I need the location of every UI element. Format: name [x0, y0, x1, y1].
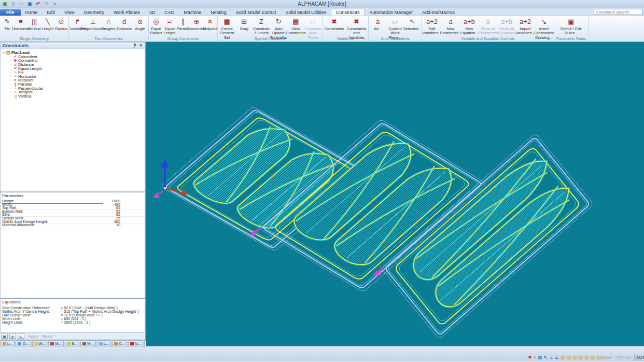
status-tool-icon[interactable]: ▤ [578, 355, 583, 360]
reset-button[interactable]: Reset [42, 334, 53, 339]
expand-icon[interactable]: › [8, 82, 12, 86]
parameter-row[interactable]: Height: 1000 [1, 200, 145, 203]
ribbon-tab[interactable]: Edit [43, 9, 60, 16]
ribbon-button[interactable]: ≡ Horizontal [14, 17, 27, 36]
qat-more-icon[interactable]: ▾ [51, 1, 58, 7]
expand-icon[interactable]: › [8, 59, 12, 62]
ribbon-tab[interactable]: 3D [145, 9, 160, 16]
ribbon-tab[interactable]: Solid Model Extract [231, 9, 281, 16]
status-tool-icon[interactable]: ▤ [566, 355, 571, 360]
save-icon[interactable]: ▣ [26, 1, 33, 7]
redo-icon[interactable]: ↷ [43, 1, 50, 7]
ribbon-tab[interactable]: Home [21, 9, 43, 16]
snap-toggle[interactable]: SNAP [600, 355, 612, 360]
status-tool-icon[interactable]: + [534, 355, 536, 360]
ribbon-button[interactable]: α Angle [132, 17, 148, 36]
ribbon-button[interactable]: ∩ Tangent [101, 17, 116, 36]
dock-tab[interactable]: L... [1, 340, 15, 346]
dock-tab[interactable]: C... [112, 340, 127, 346]
dock-tab[interactable]: M... [48, 340, 64, 346]
dock-tab[interactable]: O... [16, 340, 31, 346]
ribbon-tab[interactable]: Constraints [331, 9, 365, 16]
expand-icon[interactable]: › [8, 71, 12, 74]
status-tool-icon[interactable]: ⊥ [549, 355, 553, 360]
pin-icon[interactable] [133, 43, 137, 49]
status-tool-icon[interactable]: ∠ [555, 355, 559, 360]
ribbon-button[interactable]: ✕ Midpoint [203, 17, 217, 36]
ribbon-button[interactable]: ⊥ Perpendicular [85, 17, 101, 36]
ribbon-button[interactable]: ⊙ Radius [54, 17, 68, 36]
expand-icon[interactable]: › [8, 90, 12, 94]
status-tool-icon[interactable]: ▤ [561, 355, 565, 360]
parameter-row[interactable]: Material Allowance: 10 [1, 224, 145, 227]
status-tool-icon[interactable]: ▤ [591, 355, 595, 360]
ribbon-tab[interactable]: Nesting [206, 9, 231, 16]
ribbon-tab[interactable]: Geometry [79, 9, 109, 16]
tree-item[interactable]: › ||| Vertical [2, 94, 145, 99]
status-tool-icon[interactable]: ✖ [528, 355, 532, 360]
dock-tab[interactable]: S... [65, 340, 79, 346]
apply-button[interactable]: Apply [28, 334, 38, 339]
open-file-icon[interactable]: ▭ [18, 1, 25, 7]
close-icon[interactable]: ✕ [139, 44, 143, 48]
expand-icon[interactable]: › [8, 75, 12, 78]
ribbon-tab[interactable]: Automation Manager [365, 9, 417, 16]
parameter-list-icon[interactable]: a² [9, 333, 16, 339]
ribbon-tab[interactable]: Work Planes [109, 9, 145, 16]
ribbon-button[interactable]: ⊕ Concentric [190, 17, 203, 36]
command-search-input[interactable] [594, 9, 642, 15]
door-panel-3[interactable] [381, 133, 594, 339]
viewport-canvas[interactable] [146, 42, 644, 346]
ribbon-group-label: Variable and Equation Controls [422, 36, 554, 41]
ribbon-button[interactable]: ▣ Define / Edit Rules... [555, 17, 587, 36]
dock-tab[interactable]: W... [32, 340, 48, 346]
status-tool-icon[interactable]: ▦ [538, 355, 542, 360]
alphacam-logo-icon[interactable]: ▣ [2, 1, 8, 7]
expand-icon[interactable]: › [8, 67, 12, 71]
expand-icon[interactable]: › [8, 78, 12, 82]
status-tool-icon[interactable]: ↖ [543, 355, 548, 360]
expand-icon[interactable]: › [8, 94, 12, 98]
parameter-value[interactable]: 10 [116, 224, 120, 227]
dock-tab[interactable]: M... [80, 340, 96, 346]
new-equation-icon: a+b [464, 17, 475, 27]
parameter-row[interactable]: Width: 450 [1, 203, 145, 207]
ribbon-button[interactable]: ◎ Equal Radius [149, 17, 163, 36]
equation-row[interactable]: Height Limit:= 2500 (2501 - 1 ) [1, 321, 145, 324]
ribbon-group-label: Parametric Rules [554, 36, 588, 41]
ribbon-tab[interactable]: Add-Ins/Macros [417, 9, 459, 16]
show-all-parameters-icon: a [486, 17, 489, 27]
insert-constrained-drawing-icon: ↘ [541, 17, 547, 27]
title-bar: ▣ ▯ ▭ ▣ ↶ ↷ ▾ ALPHACAM [Router] [0, 0, 644, 8]
equation-list-icon[interactable]: a. [18, 333, 24, 339]
dock-tab-strip: L... O... W... M... [0, 339, 145, 346]
expand-icon[interactable]: › [8, 87, 12, 90]
ribbon-tab[interactable]: CAD [160, 9, 179, 16]
new-file-icon[interactable]: ▯ [10, 1, 17, 7]
ribbon-button[interactable]: ╲ Length [41, 17, 54, 36]
status-tool-icon[interactable]: ▤ [572, 355, 577, 360]
ribbon-tab[interactable]: Machine [179, 9, 206, 16]
undo-icon[interactable]: ↶ [35, 1, 41, 7]
status-tool-icon[interactable]: ▤ [584, 355, 589, 360]
equations-panel: Equations Stile Construction Reference:=… [0, 298, 145, 333]
ribbon-button[interactable]: ||| Vertical [27, 17, 41, 36]
ribbon-button[interactable]: ≍ Equal Length [163, 17, 176, 36]
auto-toggle[interactable]: AUT [634, 355, 644, 360]
ribbon-tab[interactable]: Solid Model Utilities [281, 9, 331, 16]
dock-tab[interactable]: N... [128, 340, 143, 346]
ribbon-button[interactable]: d Distance [117, 17, 132, 36]
parameter-row[interactable]: Bottom Rail: 65 [1, 210, 145, 214]
grid-view-icon[interactable]: ▦ [1, 333, 8, 339]
dock-tab[interactable]: L... [97, 340, 111, 346]
ribbon-tab[interactable]: File [0, 9, 21, 16]
auto-current-work-plane-icon: ▱ [393, 17, 398, 27]
ortho-toggle[interactable]: ORTHO [615, 355, 631, 360]
collapse-icon[interactable]: v [2, 51, 6, 54]
expand-icon[interactable]: › [8, 63, 12, 66]
parameter-label: Material Allowance: [2, 222, 35, 227]
expand-icon[interactable]: › [8, 55, 12, 59]
ribbon-tab[interactable]: View [60, 9, 79, 16]
left-dock-panel: Constraints ✕ v Flat-Land › ↱ Coin [0, 42, 146, 346]
ribbon-group: ✖ Constraints ✖ Constraints and Variable… [323, 16, 369, 41]
